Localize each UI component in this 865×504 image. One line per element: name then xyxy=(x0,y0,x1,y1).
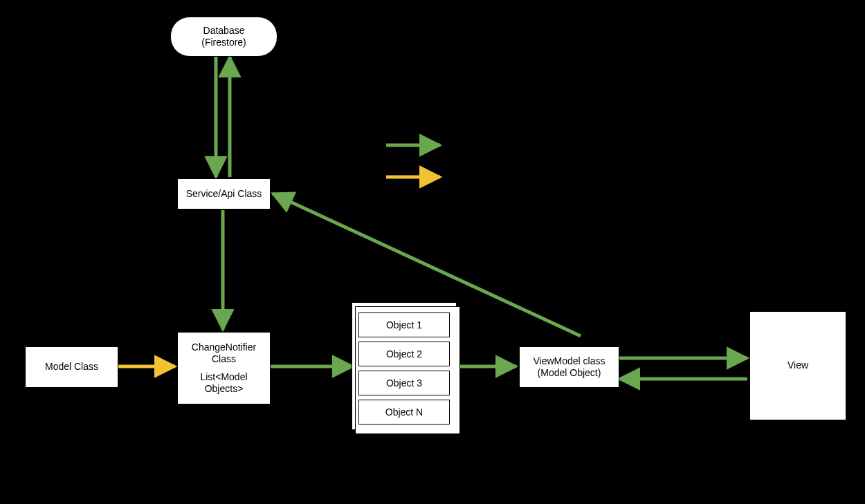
stack-item: Object 1 xyxy=(358,312,450,337)
node-label: Database xyxy=(203,25,245,37)
stack-item: Object 3 xyxy=(358,371,450,395)
node-label-line4: Objects> xyxy=(205,383,244,395)
stack-item-label: Object 3 xyxy=(386,377,422,389)
stack-item-label: Object 1 xyxy=(386,319,422,330)
stack-item-label: Object 2 xyxy=(386,348,422,360)
node-label: Service/Api Class xyxy=(186,188,262,200)
legend-label-data: = Data xyxy=(450,140,479,151)
node-label-line2: Class xyxy=(212,353,236,366)
stack-item-label: Object N xyxy=(385,407,423,418)
node-label-line2: (Model Object) xyxy=(538,367,601,380)
node-view: View xyxy=(749,311,846,420)
node-label-line3: List<Model xyxy=(200,371,247,384)
node-sublabel: (Firestore) xyxy=(201,37,246,49)
node-service: Service/Api Class xyxy=(177,178,271,209)
node-change-notifier: ChangeNotifier Class List<Model Objects> xyxy=(177,332,271,404)
stack-item: Object N xyxy=(358,400,450,424)
node-database: Database (Firestore) xyxy=(170,17,277,57)
node-label-line1: ChangeNotifier xyxy=(192,342,256,354)
stack-item: Object 2 xyxy=(358,342,450,366)
node-label-line1: ViewModel class xyxy=(533,355,605,368)
node-viewmodel: ViewModel class (Model Object) xyxy=(519,346,619,388)
legend-label-dependency: = Dependency xyxy=(450,171,513,183)
node-model: Model Class xyxy=(25,346,118,388)
node-label: View xyxy=(787,360,808,372)
node-label: Model Class xyxy=(45,361,98,373)
